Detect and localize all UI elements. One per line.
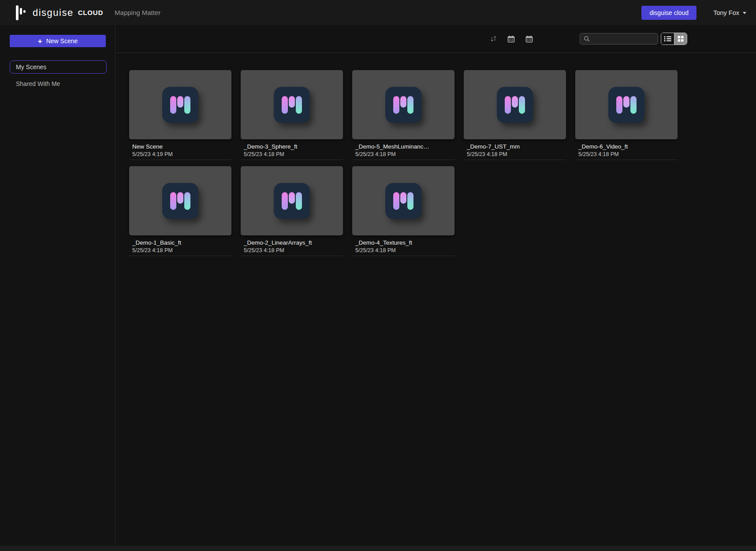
scene-title: _Demo-4_Textures_ft <box>352 239 454 246</box>
sidebar-item-label: My Scenes <box>16 63 46 71</box>
top-bar: disguise CLOUD Mapping Matter disguise c… <box>0 0 756 25</box>
grid-view-button[interactable] <box>674 33 687 45</box>
scene-card[interactable]: _Demo-1_Basic_ft 5/25/23 4:18 PM <box>129 166 231 256</box>
scene-date: 5/25/23 4:18 PM <box>575 151 678 158</box>
divider <box>241 160 343 160</box>
app-title: Mapping Matter <box>115 9 160 16</box>
list-view-button[interactable] <box>661 33 674 45</box>
scene-thumbnail[interactable] <box>129 70 231 139</box>
disguise-logo-icon <box>16 5 27 21</box>
sort-icon[interactable]: ↓ a z <box>488 34 497 43</box>
new-scene-button[interactable]: + New Scene <box>10 35 106 47</box>
scene-card[interactable]: _Demo-2_LinearArrays_ft 5/25/23 4:18 PM <box>241 166 343 256</box>
scene-date: 5/25/23 4:18 PM <box>129 247 231 254</box>
scene-thumbnail[interactable] <box>241 166 343 235</box>
list-view-icon <box>664 36 672 42</box>
toolbar: ↓ a z <box>116 25 756 53</box>
divider <box>352 256 454 256</box>
scene-title: _Demo-7_UST_mm <box>464 143 566 150</box>
divider <box>575 160 678 160</box>
scene-date: 5/25/23 4:18 PM <box>241 247 343 254</box>
sidebar-item-label: Shared With Me <box>16 80 60 87</box>
scene-date: 5/25/23 4:18 PM <box>352 247 454 254</box>
scene-title: _Demo-2_LinearArrays_ft <box>241 239 343 246</box>
search-icon <box>584 36 590 42</box>
scene-card[interactable]: _Demo-7_UST_mm 5/25/23 4:18 PM <box>464 70 566 160</box>
scene-date: 5/25/23 4:19 PM <box>129 151 231 158</box>
scene-thumbnail[interactable] <box>352 166 454 235</box>
scene-thumbnail[interactable] <box>575 70 678 139</box>
mapping-matter-logo-icon <box>162 87 198 123</box>
divider <box>129 160 231 160</box>
scene-title: New Scene <box>129 143 231 150</box>
mapping-matter-logo-icon <box>274 183 310 219</box>
scene-title: _Demo-5_MeshLuminanc… <box>352 143 454 150</box>
scene-title: _Demo-1_Basic_ft <box>129 239 231 246</box>
disguise-cloud-button[interactable]: disguise cloud <box>641 6 696 20</box>
footer-strip <box>0 546 756 551</box>
mapping-matter-logo-icon <box>274 87 310 123</box>
mapping-matter-logo-icon <box>608 87 644 123</box>
user-menu[interactable]: Tony Fox <box>713 9 746 16</box>
scene-card[interactable]: _Demo-3_Sphere_ft 5/25/23 4:18 PM <box>241 70 343 160</box>
divider <box>129 256 231 256</box>
grid-view-icon <box>677 35 684 42</box>
scene-thumbnail[interactable] <box>464 70 566 139</box>
scene-title: _Demo-6_Video_ft <box>575 143 678 150</box>
divider <box>241 256 343 256</box>
scene-grid: New Scene 5/25/23 4:19 PM _Demo-3_Sphere… <box>129 70 678 256</box>
scene-card[interactable]: _Demo-5_MeshLuminanc… 5/25/23 4:18 PM <box>352 70 454 160</box>
scene-thumbnail[interactable] <box>352 70 454 139</box>
mapping-matter-logo-icon <box>162 183 198 219</box>
sidebar-item-shared-with-me[interactable]: Shared With Me <box>10 77 107 90</box>
main-content: ↓ a z <box>116 25 756 551</box>
sidebar: + New Scene My Scenes Shared With Me <box>0 25 115 551</box>
calendar-modified-icon[interactable] <box>525 34 533 43</box>
scene-title: _Demo-3_Sphere_ft <box>241 143 343 150</box>
scene-date: 5/25/23 4:18 PM <box>464 151 566 158</box>
scene-date: 5/25/23 4:18 PM <box>352 151 454 158</box>
brand-suffix: CLOUD <box>78 9 103 16</box>
divider <box>352 160 454 160</box>
scene-thumbnail[interactable] <box>241 70 343 139</box>
scene-thumbnail[interactable] <box>129 166 231 235</box>
plus-icon: + <box>38 37 42 45</box>
scene-card[interactable]: _Demo-6_Video_ft 5/25/23 4:18 PM <box>575 70 678 160</box>
user-name: Tony Fox <box>713 9 739 16</box>
scene-date: 5/25/23 4:18 PM <box>241 151 343 158</box>
mapping-matter-logo-icon <box>385 87 421 123</box>
scene-card[interactable]: _Demo-4_Textures_ft 5/25/23 4:18 PM <box>352 166 454 256</box>
sidebar-item-my-scenes[interactable]: My Scenes <box>10 60 107 74</box>
chevron-down-icon <box>743 12 746 14</box>
search-box[interactable] <box>580 33 658 45</box>
brand-name: disguise <box>33 7 74 19</box>
mapping-matter-logo-icon <box>497 87 533 123</box>
new-scene-label: New Scene <box>46 37 78 45</box>
scene-card[interactable]: New Scene 5/25/23 4:19 PM <box>129 70 231 160</box>
search-input[interactable] <box>592 36 654 42</box>
divider <box>464 160 566 160</box>
calendar-created-icon[interactable] <box>506 34 515 43</box>
disguise-brand: disguise CLOUD <box>16 5 103 21</box>
mapping-matter-logo-icon <box>385 183 421 219</box>
view-toggle <box>661 33 687 45</box>
